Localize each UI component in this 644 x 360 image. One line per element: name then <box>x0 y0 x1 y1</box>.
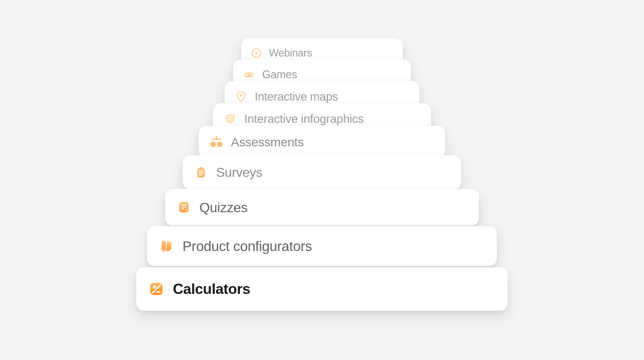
svg-text:?: ? <box>185 208 188 213</box>
card-surveys[interactable]: Surveys <box>183 155 461 190</box>
card-product-configurators[interactable]: Product configurators <box>147 226 497 266</box>
card-label: Assessments <box>231 135 304 149</box>
card-label: Games <box>262 68 297 81</box>
games-icon <box>242 68 256 82</box>
quizzes-icon: ? <box>177 200 191 214</box>
surveys-icon <box>194 165 208 180</box>
card-label: Surveys <box>216 165 262 180</box>
svg-rect-22 <box>181 208 184 210</box>
svg-point-9 <box>229 117 232 121</box>
svg-point-1 <box>255 52 258 54</box>
svg-point-6 <box>252 74 253 76</box>
calculators-icon <box>149 282 164 296</box>
svg-rect-21 <box>181 206 187 208</box>
webinars-icon <box>249 46 264 60</box>
svg-point-5 <box>250 73 252 74</box>
card-label: Interactive infographics <box>244 112 364 126</box>
svg-rect-15 <box>199 167 203 169</box>
interactive-infographics-icon <box>223 112 237 126</box>
card-label: Interactive maps <box>255 90 338 103</box>
card-calculators[interactable]: Calculators <box>136 267 508 311</box>
svg-rect-17 <box>199 173 203 174</box>
interactive-maps-icon <box>234 89 248 104</box>
svg-point-12 <box>210 141 216 147</box>
card-label: Webinars <box>269 47 312 59</box>
card-label: Product configurators <box>182 238 312 254</box>
card-label: Calculators <box>173 281 250 297</box>
card-label: Quizzes <box>199 199 248 215</box>
card-quizzes[interactable]: ? Quizzes <box>165 189 479 226</box>
svg-rect-20 <box>181 204 187 206</box>
canvas: Webinars Games <box>0 0 644 360</box>
svg-rect-16 <box>199 171 203 172</box>
card-assessments[interactable]: Assessments <box>199 126 445 158</box>
svg-rect-4 <box>246 74 248 75</box>
assessments-icon <box>209 135 224 149</box>
svg-point-13 <box>217 141 222 147</box>
product-configurators-icon <box>159 239 174 253</box>
svg-rect-18 <box>199 175 202 176</box>
svg-point-7 <box>240 94 242 97</box>
svg-point-25 <box>163 249 164 250</box>
